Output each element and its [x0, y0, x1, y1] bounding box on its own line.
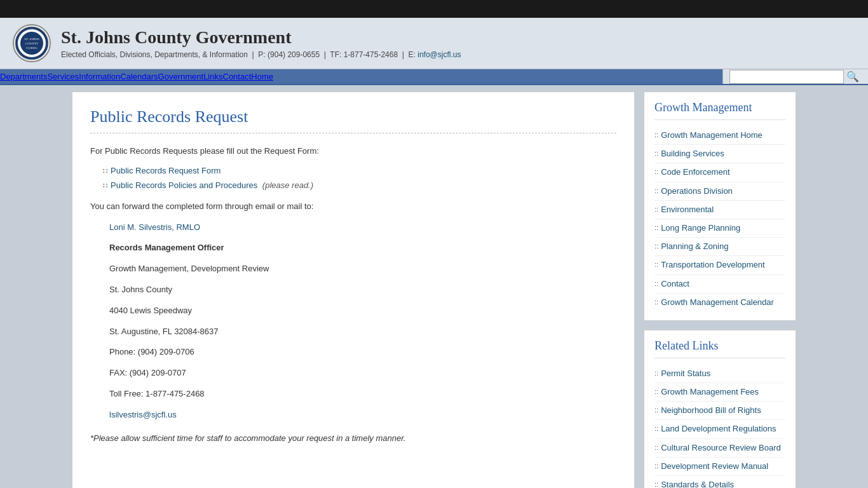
list-item: :: Neighborhood Bill of Rights	[654, 402, 785, 420]
sidebar-bullet-icon: ::	[654, 131, 658, 139]
contact-name-link[interactable]: Loni M. Silvestris, RMLO	[109, 222, 200, 232]
transportation-development-link[interactable]: Transportation Development	[661, 259, 765, 271]
gm-fees-link[interactable]: Growth Management Fees	[661, 386, 759, 398]
page-layout: Public Records Request For Public Record…	[72, 92, 796, 488]
sidebar-bullet-icon: ::	[654, 462, 658, 470]
outer-wrap: Public Records Request For Public Record…	[0, 85, 868, 488]
list-item: :: Contact	[654, 275, 785, 294]
sidebar-bullet-icon: ::	[654, 224, 658, 231]
top-bar	[0, 0, 868, 18]
sidebar-bullet-icon: ::	[654, 369, 658, 377]
list-item: :: Growth Management Calendar	[654, 294, 785, 311]
page-title: Public Records Request	[90, 107, 616, 133]
contact-email-link[interactable]: lsilvestris@sjcfl.us	[109, 410, 177, 419]
list-item: :: Planning & Zoning	[654, 238, 785, 256]
sidebar-bullet-icon: ::	[654, 480, 658, 488]
gm-home-link[interactable]: Growth Management Home	[661, 130, 763, 141]
intro-text: For Public Records Requests please fill …	[90, 145, 616, 158]
sidebar-bullet-icon: ::	[654, 149, 658, 157]
nav-row: Departments Services Information Calenda…	[0, 69, 868, 85]
main-nav: Departments Services Information Calenda…	[0, 72, 273, 81]
list-item: :: Building Services	[654, 145, 785, 163]
list-item: :: Code Enforcement	[654, 163, 785, 182]
public-records-form-link[interactable]: Public Records Request Form	[111, 166, 220, 175]
site-logo: ST. JOHNS COUNTY FLORIDA	[13, 24, 51, 62]
contact-tollfree: Toll Free: 1-877-475-2468	[109, 388, 616, 401]
operations-division-link[interactable]: Operations Division	[661, 186, 733, 197]
list-item: :: Operations Division	[654, 182, 785, 201]
site-title: St. Johns County Government	[61, 27, 461, 48]
land-dev-regs-link[interactable]: Land Development Regulations	[661, 423, 776, 435]
sidebar-bullet-icon: ::	[654, 298, 658, 306]
link-item-1: ∷ Public Records Request Form	[103, 166, 616, 175]
nav-calendars[interactable]: Calendars	[120, 72, 158, 81]
nav-home[interactable]: Home	[251, 72, 273, 81]
planning-zoning-link[interactable]: Planning & Zoning	[661, 241, 728, 252]
bullet-icon: ∷	[103, 166, 108, 175]
sidebar-bullet-icon: ::	[654, 261, 658, 268]
sidebar-bullet-icon: ::	[654, 406, 658, 414]
contact-fax: FAX: (904) 209-0707	[109, 367, 616, 380]
list-item: :: Environmental	[654, 201, 785, 219]
sidebar-bullet-icon: ::	[654, 242, 658, 250]
growth-management-box: Growth Management :: Growth Management H…	[644, 92, 796, 321]
contact-dept: Growth Management, Development Review	[109, 262, 616, 276]
public-records-policies-link[interactable]: Public Records Policies and Procedures	[111, 180, 257, 190]
disclaimer-text: *Please allow sufficient time for staff …	[90, 432, 616, 445]
gm-contact-link[interactable]: Contact	[661, 278, 689, 290]
header-email-link[interactable]: info@sjcfl.us	[417, 50, 461, 59]
nav-information[interactable]: Information	[79, 72, 120, 81]
sidebar-bullet-icon: ::	[654, 424, 658, 432]
site-header: ST. JOHNS COUNTY FLORIDA St. Johns Count…	[0, 18, 868, 69]
related-links-list: :: Permit Status :: Growth Management Fe…	[654, 365, 785, 488]
contact-phone: Phone: (904) 209-0706	[109, 346, 616, 359]
list-item: :: Cultural Resource Review Board	[654, 439, 785, 458]
header-text: St. Johns County Government Elected Offi…	[61, 27, 461, 59]
list-item: :: Development Review Manual	[654, 458, 785, 476]
main-content: Public Records Request For Public Record…	[72, 92, 635, 488]
nav-services[interactable]: Services	[47, 72, 79, 81]
contact-block: Loni M. Silvestris, RMLO Records Managem…	[109, 221, 616, 422]
neighborhood-bill-link[interactable]: Neighborhood Bill of Rights	[661, 405, 761, 416]
code-enforcement-link[interactable]: Code Enforcement	[661, 166, 729, 178]
link-item-2: ∷ Public Records Policies and Procedures…	[103, 180, 616, 190]
building-services-link[interactable]: Building Services	[661, 148, 724, 159]
svg-text:FLORIDA: FLORIDA	[26, 46, 37, 50]
sidebar-bullet-icon: ::	[654, 168, 658, 175]
nav-contact[interactable]: Contact	[223, 72, 252, 81]
list-item: :: Standards & Details	[654, 476, 785, 488]
cultural-resource-link[interactable]: Cultural Resource Review Board	[661, 442, 781, 454]
list-item: :: Transportation Development	[654, 256, 785, 274]
nav-links[interactable]: Links	[203, 72, 222, 81]
environmental-link[interactable]: Environmental	[661, 204, 714, 215]
contact-title: Records Management Officer	[109, 241, 616, 255]
svg-text:ST. JOHNS: ST. JOHNS	[24, 37, 39, 41]
list-item: :: Permit Status	[654, 365, 785, 383]
list-item: :: Land Development Regulations	[654, 420, 785, 438]
sidebar-bullet-icon: ::	[654, 444, 658, 451]
forward-text: You can forward the completed form throu…	[90, 200, 616, 214]
related-links-heading: Related Links	[654, 339, 785, 358]
long-range-planning-link[interactable]: Long Range Planning	[661, 222, 740, 234]
nav-government[interactable]: Government	[158, 72, 204, 81]
contact-address2: St. Augustine, FL 32084-8637	[109, 325, 616, 339]
list-item: :: Growth Management Home	[654, 126, 785, 145]
nav-departments[interactable]: Departments	[0, 72, 47, 81]
bullet-icon-2: ∷	[103, 181, 108, 190]
sidebar-bullet-icon: ::	[654, 280, 658, 287]
contact-county: St. Johns County	[109, 283, 616, 297]
search-icon: 🔍	[846, 71, 859, 82]
dev-review-manual-link[interactable]: Development Review Manual	[661, 461, 768, 472]
contact-address1: 4040 Lewis Speedway	[109, 304, 616, 318]
sidebar: Growth Management :: Growth Management H…	[644, 92, 796, 488]
search-input[interactable]	[729, 70, 844, 84]
search-button[interactable]: 🔍	[844, 69, 862, 84]
please-read-note: (please read.)	[260, 180, 313, 190]
standards-details-link[interactable]: Standards & Details	[661, 479, 734, 488]
gm-calendar-link[interactable]: Growth Management Calendar	[661, 297, 774, 308]
sidebar-bullet-icon: ::	[654, 187, 658, 194]
svg-text:COUNTY: COUNTY	[25, 42, 39, 45]
search-area: 🔍	[722, 69, 868, 84]
permit-status-link[interactable]: Permit Status	[661, 368, 710, 379]
growth-management-heading: Growth Management	[654, 101, 785, 120]
